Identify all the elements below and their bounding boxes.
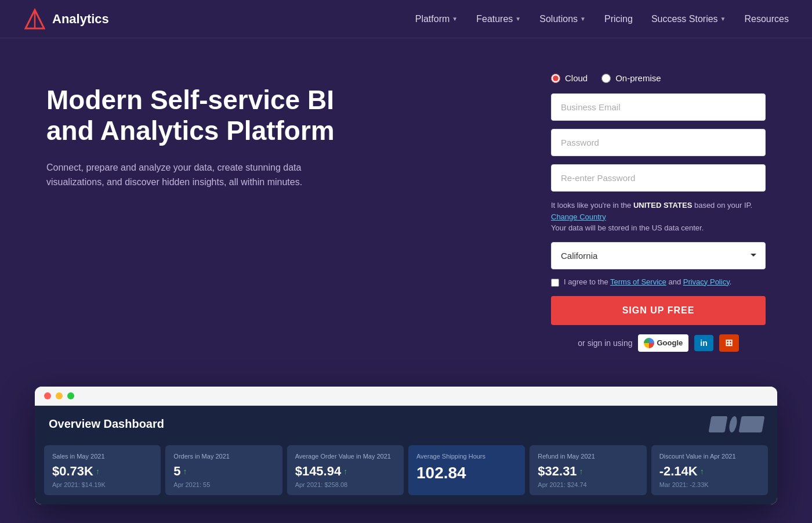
- metric-value-sales: $0.73K ↑: [52, 464, 153, 479]
- email-field[interactable]: [551, 93, 766, 121]
- up-arrow-icon: ↑: [579, 467, 583, 476]
- navbar: Analytics Platform ▼ Features ▼ Solution…: [0, 0, 812, 38]
- metric-value-discount: -2.14K ↑: [659, 464, 760, 479]
- dashboard-header: Overview Dashboard: [35, 406, 777, 443]
- logo-link[interactable]: Analytics: [23, 8, 109, 31]
- metric-label-sales: Sales in May 2021: [52, 452, 153, 460]
- cloud-radio[interactable]: [551, 74, 560, 83]
- reenter-password-field[interactable]: [551, 164, 766, 192]
- hero-subtitle: Connect, prepare and analyze your data, …: [46, 160, 325, 190]
- metric-prev-discount: Mar 2021: -2.33K: [659, 481, 760, 488]
- metric-prev-avg-order: Apr 2021: $258.08: [295, 481, 396, 488]
- metric-prev-refund: Apr 2021: $24.74: [538, 481, 638, 488]
- location-note: It looks like you're in the UNITED STATE…: [551, 200, 766, 234]
- cloud-option[interactable]: Cloud: [551, 73, 588, 83]
- metric-value-refund: $32.31 ↑: [538, 464, 638, 479]
- cloud-label: Cloud: [565, 73, 588, 83]
- dashboard-icons: [710, 416, 763, 432]
- up-arrow-icon: ↑: [700, 467, 704, 476]
- terms-row: I agree to the Terms of Service and Priv…: [551, 277, 766, 287]
- onpremise-label: On-premise: [615, 73, 661, 83]
- metric-card-avg-order: Average Order Value in May 2021 $145.94 …: [287, 445, 404, 495]
- nav-link-pricing[interactable]: Pricing: [604, 14, 633, 24]
- dash-icon-2: [728, 416, 738, 432]
- metric-card-orders: Orders in May 2021 5 ↑ Apr 2021: 55: [165, 445, 282, 495]
- metric-value-shipping: 102.84: [416, 464, 517, 482]
- browser-minimize-dot: [56, 392, 63, 399]
- linkedin-signin-button[interactable]: in: [694, 335, 713, 351]
- up-arrow-icon: ↑: [183, 467, 187, 476]
- dash-icon-3: [739, 416, 765, 432]
- nav-item-success[interactable]: Success Stories ▼: [651, 14, 726, 24]
- signup-form: Cloud On-premise It looks like you're in…: [551, 73, 766, 352]
- hero-content: Modern Self-service BI and Analytics Pla…: [46, 73, 371, 190]
- nav-item-pricing[interactable]: Pricing: [604, 14, 633, 24]
- nav-link-success[interactable]: Success Stories ▼: [651, 14, 726, 24]
- signup-button[interactable]: SIGN UP FREE: [551, 296, 766, 325]
- metric-card-discount: Discount Value in Apr 2021 -2.14K ↑ Mar …: [651, 445, 768, 495]
- google-signin-button[interactable]: Google: [638, 334, 688, 352]
- up-arrow-icon: ↑: [343, 467, 347, 476]
- linkedin-icon: in: [700, 338, 707, 348]
- metric-label-orders: Orders in May 2021: [173, 452, 274, 460]
- state-select[interactable]: California Alabama Alaska Arizona Arkans…: [551, 242, 766, 269]
- nav-link-resources[interactable]: Resources: [745, 14, 789, 24]
- signin-row: or sign in using Google in ⊞: [551, 334, 766, 352]
- chevron-down-icon: ▼: [580, 16, 586, 22]
- brand-name: Analytics: [52, 12, 109, 27]
- dashboard-title: Overview Dashboard: [49, 417, 164, 431]
- google-icon: [644, 338, 654, 348]
- change-country-link[interactable]: Change Country: [551, 212, 606, 221]
- dash-icon-1: [709, 416, 728, 432]
- browser-close-dot: [44, 392, 51, 399]
- logo-icon: [23, 8, 46, 31]
- up-arrow-icon: ↑: [96, 467, 100, 476]
- onpremise-option[interactable]: On-premise: [601, 73, 661, 83]
- metric-value-avg-order: $145.94 ↑: [295, 464, 396, 479]
- nav-item-resources[interactable]: Resources: [745, 14, 789, 24]
- password-field[interactable]: [551, 129, 766, 156]
- hero-section: Modern Self-service BI and Analytics Pla…: [0, 38, 812, 375]
- signin-text: or sign in using: [578, 338, 632, 348]
- browser-bar: [35, 387, 777, 406]
- chevron-down-icon: ▼: [452, 16, 458, 22]
- nav-item-solutions[interactable]: Solutions ▼: [539, 14, 586, 24]
- nav-item-platform[interactable]: Platform ▼: [415, 14, 458, 24]
- hero-title: Modern Self-service BI and Analytics Pla…: [46, 85, 371, 146]
- office-icon: ⊞: [725, 337, 733, 348]
- terms-link[interactable]: Terms of Service: [610, 277, 666, 286]
- dashboard-preview: Overview Dashboard Sales in May 2021 $0.…: [35, 387, 777, 504]
- privacy-link[interactable]: Privacy Policy: [683, 277, 730, 286]
- metric-prev-orders: Apr 2021: 55: [173, 481, 274, 488]
- chevron-down-icon: ▼: [720, 16, 726, 22]
- metric-card-shipping: Average Shipping Hours 102.84: [408, 445, 525, 495]
- metric-prev-sales: Apr 2021: $14.19K: [52, 481, 153, 488]
- office-signin-button[interactable]: ⊞: [719, 334, 739, 352]
- chevron-down-icon: ▼: [515, 16, 521, 22]
- deployment-options: Cloud On-premise: [551, 73, 766, 83]
- metrics-row: Sales in May 2021 $0.73K ↑ Apr 2021: $14…: [35, 443, 777, 504]
- metric-card-sales: Sales in May 2021 $0.73K ↑ Apr 2021: $14…: [44, 445, 161, 495]
- nav-item-features[interactable]: Features ▼: [476, 14, 521, 24]
- metric-label-refund: Refund in May 2021: [538, 452, 638, 460]
- metric-value-orders: 5 ↑: [173, 464, 274, 479]
- metric-label-discount: Discount Value in Apr 2021: [659, 452, 760, 460]
- onpremise-radio[interactable]: [601, 74, 611, 83]
- nav-link-platform[interactable]: Platform ▼: [415, 14, 458, 24]
- terms-checkbox[interactable]: [551, 279, 559, 287]
- metric-card-refund: Refund in May 2021 $32.31 ↑ Apr 2021: $2…: [530, 445, 646, 495]
- nav-link-solutions[interactable]: Solutions ▼: [539, 14, 586, 24]
- nav-list: Platform ▼ Features ▼ Solutions ▼ Pricin…: [415, 14, 789, 24]
- browser-maximize-dot: [67, 392, 74, 399]
- dashboard-body: Overview Dashboard Sales in May 2021 $0.…: [35, 406, 777, 504]
- metric-label-shipping: Average Shipping Hours: [416, 452, 517, 460]
- nav-link-features[interactable]: Features ▼: [476, 14, 521, 24]
- metric-label-avg-order: Average Order Value in May 2021: [295, 452, 396, 460]
